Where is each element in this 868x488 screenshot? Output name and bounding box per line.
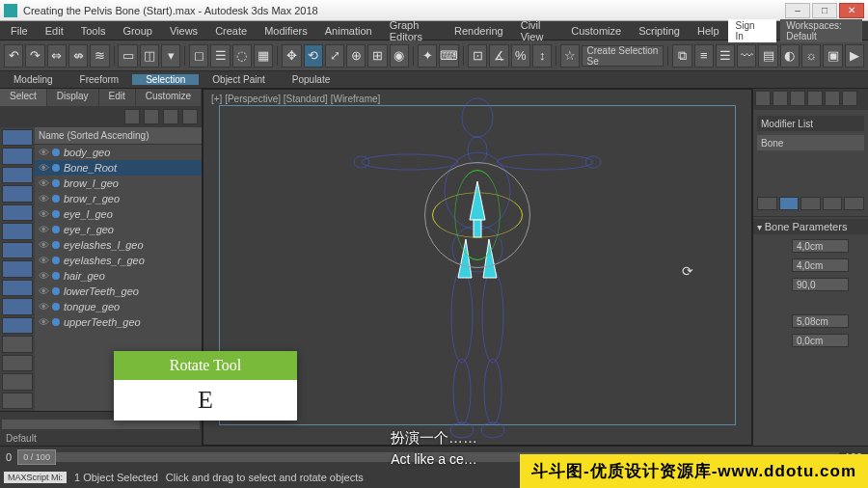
visibility-icon[interactable]: 👁 <box>39 193 48 204</box>
menu-views[interactable]: Views <box>161 25 206 37</box>
select-region-icon[interactable]: ◌ <box>232 44 252 68</box>
scene-item[interactable]: 👁brow_l_geo <box>35 176 202 191</box>
pin-stack-icon[interactable] <box>757 197 777 210</box>
named-sel-icon[interactable]: ☆ <box>560 44 580 68</box>
menu-civilview[interactable]: Civil View <box>512 19 562 42</box>
filter-misc-icon[interactable] <box>2 355 33 371</box>
link-icon[interactable]: ⇔ <box>47 44 67 68</box>
motion-tab-icon[interactable] <box>807 91 823 106</box>
filter-geometry-icon[interactable] <box>2 129 33 146</box>
filter-helpers-icon[interactable] <box>2 204 33 221</box>
signin-button[interactable]: Sign In <box>728 19 777 42</box>
visibility-icon[interactable]: 👁 <box>39 255 48 266</box>
explorer-scrollbar[interactable] <box>2 420 200 429</box>
filter-bones-icon[interactable] <box>2 280 33 296</box>
menu-modifiers[interactable]: Modifiers <box>256 25 316 37</box>
object-color-swatch[interactable] <box>52 257 60 264</box>
window-crossing-icon[interactable]: ▦ <box>254 44 273 68</box>
filter-expand-icon[interactable] <box>2 373 33 390</box>
modifier-list-dropdown[interactable]: Modifier List <box>757 116 864 131</box>
curve-editor-icon[interactable]: 〰 <box>737 44 756 68</box>
maximize-button[interactable]: □ <box>812 3 837 18</box>
refresh-icon[interactable]: ⟳ <box>682 263 693 279</box>
undo-icon[interactable]: ↶ <box>4 44 23 68</box>
filter-lights-icon[interactable] <box>2 167 33 183</box>
move-icon[interactable]: ✥ <box>282 44 301 68</box>
ribbon-populate[interactable]: Populate <box>279 74 343 85</box>
param-height[interactable]: 4,0cm <box>792 258 849 272</box>
visibility-icon[interactable]: 👁 <box>39 270 48 282</box>
make-unique-icon[interactable] <box>800 197 821 210</box>
menu-help[interactable]: Help <box>689 25 728 37</box>
visibility-icon[interactable]: 👁 <box>39 301 48 312</box>
render-icon[interactable]: ▶ <box>845 44 864 68</box>
filter-shapes-icon[interactable] <box>2 148 33 164</box>
tab-customize[interactable]: Customize <box>136 89 201 106</box>
filter-hidden-icon[interactable] <box>2 336 33 352</box>
render-frame-icon[interactable]: ▣ <box>823 44 842 68</box>
material-icon[interactable]: ◐ <box>780 44 800 68</box>
ribbon-freeform[interactable]: Freeform <box>67 74 133 85</box>
create-tab-icon[interactable] <box>755 91 771 106</box>
angle-snap-icon[interactable]: ∡ <box>489 44 508 68</box>
menu-grapheditors[interactable]: Graph Editors <box>381 19 446 42</box>
visibility-icon[interactable]: 👁 <box>39 239 48 251</box>
maxscript-listener[interactable]: MAXScript Mi: <box>4 472 67 483</box>
remove-modifier-icon[interactable] <box>823 197 843 210</box>
param-fin-start[interactable]: 0,0cm <box>792 334 849 347</box>
select-object-icon[interactable]: ◻ <box>189 44 208 68</box>
unlink-icon[interactable]: ⇎ <box>68 44 88 68</box>
scene-item[interactable]: 👁tongue_geo <box>35 299 202 314</box>
menu-file[interactable]: File <box>2 25 37 37</box>
object-color-swatch[interactable] <box>52 287 60 295</box>
filter-frozen-icon[interactable] <box>2 317 33 334</box>
select-icon[interactable]: ▭ <box>118 44 137 68</box>
scene-item[interactable]: 👁eyelashes_r_geo <box>35 253 202 268</box>
visibility-icon[interactable]: 👁 <box>39 316 48 328</box>
param-fin-size[interactable]: 5,08cm <box>792 314 849 328</box>
object-color-swatch[interactable] <box>52 226 60 233</box>
minimize-button[interactable]: – <box>785 3 810 18</box>
rollout-bone-parameters[interactable]: ▾ Bone Parameters <box>753 219 868 234</box>
menu-customize[interactable]: Customize <box>562 25 630 37</box>
lock-icon[interactable] <box>163 109 178 124</box>
select-all-icon[interactable]: ◫ <box>140 44 159 68</box>
align-icon[interactable]: ≡ <box>694 44 714 68</box>
rotate-icon[interactable]: ⟲ <box>304 44 323 68</box>
render-setup-icon[interactable]: ☼ <box>801 44 821 68</box>
snap-toggle-icon[interactable]: ⊡ <box>468 44 487 68</box>
menu-create[interactable]: Create <box>206 25 256 37</box>
manipulate-icon[interactable]: ✦ <box>418 44 437 68</box>
menu-scripting[interactable]: Scripting <box>630 25 689 37</box>
time-slider[interactable]: 0 / 100 <box>17 449 56 465</box>
object-color-swatch[interactable] <box>52 210 60 218</box>
scene-item[interactable]: 👁Bone_Root <box>35 160 202 176</box>
param-taper[interactable]: 90,0 <box>792 278 849 291</box>
object-color-swatch[interactable] <box>52 318 60 326</box>
modifier-stack-item[interactable]: Bone <box>757 135 864 150</box>
object-color-swatch[interactable] <box>52 149 60 156</box>
scene-item[interactable]: 👁body_geo <box>35 145 202 160</box>
bind-icon[interactable]: ≋ <box>90 44 109 68</box>
layer-label[interactable]: Default <box>0 431 202 446</box>
rotate-gizmo[interactable] <box>424 162 530 268</box>
mirror-icon[interactable]: ⧉ <box>672 44 692 68</box>
named-selection-field[interactable]: Create Selection Se <box>582 45 664 67</box>
scene-list-header[interactable]: Name (Sorted Ascending) <box>35 127 202 145</box>
object-color-swatch[interactable] <box>52 179 60 187</box>
search-icon[interactable] <box>124 109 140 124</box>
percent-snap-icon[interactable]: % <box>511 44 530 68</box>
ribbon-selection[interactable]: Selection <box>132 74 199 85</box>
scale-icon[interactable]: ⤢ <box>325 44 344 68</box>
filter-icon[interactable]: ▾ <box>161 44 180 68</box>
ribbon-modeling[interactable]: Modeling <box>0 74 67 85</box>
filter-groups-icon[interactable] <box>2 242 33 258</box>
object-color-swatch[interactable] <box>52 164 60 172</box>
visibility-icon[interactable]: 👁 <box>39 177 48 189</box>
visibility-icon[interactable]: 👁 <box>39 224 48 235</box>
visibility-icon[interactable]: 👁 <box>39 147 48 158</box>
spinner-snap-icon[interactable]: ↕ <box>532 44 552 68</box>
display-tab-icon[interactable] <box>825 91 840 106</box>
menu-animation[interactable]: Animation <box>316 25 381 37</box>
tab-display[interactable]: Display <box>47 89 98 106</box>
